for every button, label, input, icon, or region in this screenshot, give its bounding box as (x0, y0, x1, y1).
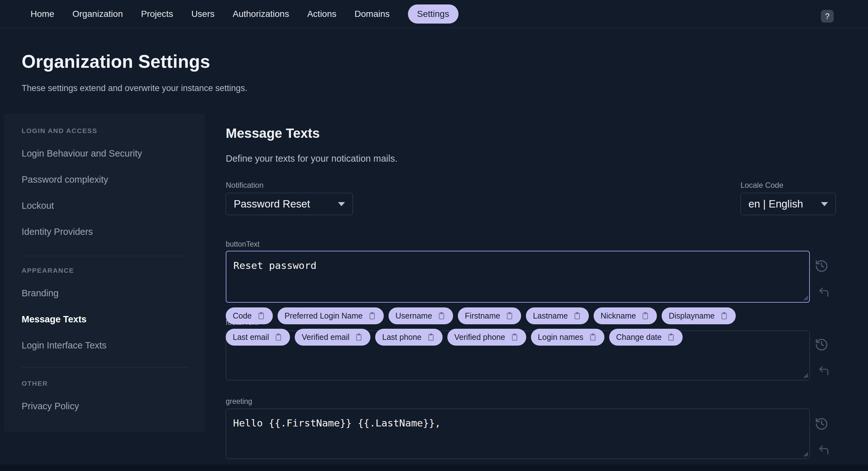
nav-item[interactable]: Users (191, 9, 215, 19)
notification-select[interactable]: Password Reset (226, 193, 353, 215)
main-nav: Home Organization Projects Users Authori… (31, 4, 459, 24)
clipboard-icon (719, 311, 729, 321)
variable-chip-label: Last email (233, 332, 269, 342)
sidebar-item[interactable]: Message Texts (22, 306, 188, 332)
variable-chip-label: Code (233, 311, 252, 321)
clipboard-icon (510, 332, 519, 342)
clipboard-icon (641, 311, 650, 321)
clipboard-icon (437, 311, 446, 321)
variable-chip[interactable]: Login names (531, 329, 604, 346)
variable-chip-label: Username (396, 311, 432, 321)
nav-item-label: Users (191, 9, 215, 19)
locale-code-label: Locale Code (741, 181, 783, 190)
sidebar-item-label: Branding (22, 288, 59, 298)
clipboard-icon (354, 332, 364, 342)
nav-item[interactable]: Settings (408, 4, 459, 24)
variable-chip[interactable]: Nickname (594, 307, 657, 324)
sidebar-section-header-other: OTHER (22, 377, 188, 390)
variable-chip[interactable]: Firstname (458, 307, 521, 324)
sidebar-item[interactable]: Identity Providers (22, 218, 188, 245)
variable-chip[interactable]: Username (389, 307, 453, 324)
clipboard-icon (368, 311, 377, 321)
sidebar-item[interactable]: Branding (22, 280, 188, 306)
history-icon[interactable] (814, 416, 829, 432)
sidebar-divider (22, 367, 188, 367)
variable-chip[interactable]: Last email (226, 329, 290, 346)
chevron-down-icon (338, 202, 345, 206)
sidebar-item[interactable]: Lockout (22, 193, 188, 218)
nav-item[interactable]: Organization (72, 9, 123, 19)
sidebar-list-login-and-access: Login Behaviour and Security Password co… (22, 140, 188, 245)
notification-select-value: Password Reset (234, 198, 310, 210)
organization-settings-screen: Home Organization Projects Users Authori… (0, 0, 868, 471)
variable-chips: Code Preferred Login Name Username (226, 307, 787, 346)
sidebar-divider (22, 256, 188, 256)
clipboard-icon (426, 332, 436, 342)
variable-chip[interactable]: Verified email (295, 329, 370, 346)
variable-chip-label: Verified email (302, 332, 349, 342)
clipboard-icon (505, 311, 514, 321)
sidebar-item-label: Privacy Policy (22, 401, 79, 411)
greeting-label: greeting (226, 397, 252, 406)
nav-item[interactable]: Authorizations (233, 9, 289, 19)
variable-chip-label: Preferred Login Name (285, 311, 363, 321)
clipboard-icon (256, 311, 266, 321)
section-title: Message Texts (226, 126, 320, 141)
help-button[interactable]: ? (821, 10, 834, 23)
locale-select-value: en | English (748, 198, 803, 210)
sidebar-item[interactable]: Password complexity (22, 167, 188, 193)
variable-chip[interactable]: Displayname (662, 307, 736, 324)
locale-select[interactable]: en | English (741, 193, 836, 215)
variable-chip[interactable]: Lastname (526, 307, 589, 324)
sidebar-item[interactable]: Login Behaviour and Security (22, 140, 188, 167)
history-icon[interactable] (814, 337, 829, 352)
button-text-label: buttonText (226, 240, 259, 248)
nav-item[interactable]: Projects (141, 9, 173, 19)
undo-icon[interactable] (816, 285, 831, 300)
variable-chip[interactable]: Code (226, 307, 273, 324)
top-nav: Home Organization Projects Users Authori… (0, 0, 868, 28)
clipboard-icon (666, 332, 676, 342)
undo-icon[interactable] (816, 363, 831, 378)
sidebar-section-header-appearance: APPEARANCE (22, 264, 188, 277)
nav-item-label: Home (31, 9, 54, 19)
sidebar-item[interactable]: Login Interface Texts (22, 332, 188, 358)
nav-item-label: Organization (72, 9, 123, 19)
nav-item[interactable]: Domains (354, 9, 390, 19)
variable-chip-label: Nickname (600, 311, 636, 321)
clipboard-icon (588, 332, 597, 342)
variable-chip-label: Lastname (533, 311, 568, 321)
nav-item-label: Domains (354, 9, 390, 19)
greeting-textarea[interactable]: Hello {{.FirstName}} {{.LastName}}, (226, 409, 810, 459)
sidebar-item-label: Password complexity (22, 174, 108, 185)
sidebar-item-label: Identity Providers (22, 227, 93, 237)
variable-chip[interactable]: Change date (609, 329, 683, 346)
variable-chip-label: Last phone (382, 332, 422, 342)
page-subtitle: These settings extend and overwrite your… (22, 83, 247, 93)
notification-label: Notification (226, 181, 264, 190)
variable-chip[interactable]: Verified phone (447, 329, 526, 346)
variable-chip-label: Firstname (465, 311, 500, 321)
nav-item-label: Authorizations (233, 9, 289, 19)
chevron-down-icon (821, 202, 828, 206)
button-text-textarea[interactable]: Reset password (226, 251, 810, 303)
undo-icon[interactable] (816, 442, 831, 458)
nav-item-label: Projects (141, 9, 173, 19)
clipboard-icon (274, 332, 283, 342)
variable-chip-label: Displayname (669, 311, 715, 321)
sidebar-item-label: Message Texts (22, 314, 87, 325)
sidebar-item-label: Login Behaviour and Security (22, 148, 142, 159)
nav-item[interactable]: Home (31, 9, 54, 19)
sidebar-item[interactable]: Privacy Policy (22, 393, 188, 419)
sidebar-section-header-login-and-access: LOGIN AND ACCESS (22, 124, 188, 137)
nav-item-label: Settings (417, 9, 449, 19)
variable-chip-label: Change date (616, 332, 662, 342)
sidebar-list-other: Privacy Policy (22, 393, 188, 419)
variable-chip[interactable]: Last phone (375, 329, 442, 346)
history-icon[interactable] (814, 258, 829, 274)
nav-item[interactable]: Actions (307, 9, 336, 19)
page-bottom-strip (0, 464, 868, 471)
clipboard-icon (572, 311, 582, 321)
settings-sidebar: LOGIN AND ACCESS Login Behaviour and Sec… (4, 114, 205, 432)
variable-chip[interactable]: Preferred Login Name (278, 307, 384, 324)
